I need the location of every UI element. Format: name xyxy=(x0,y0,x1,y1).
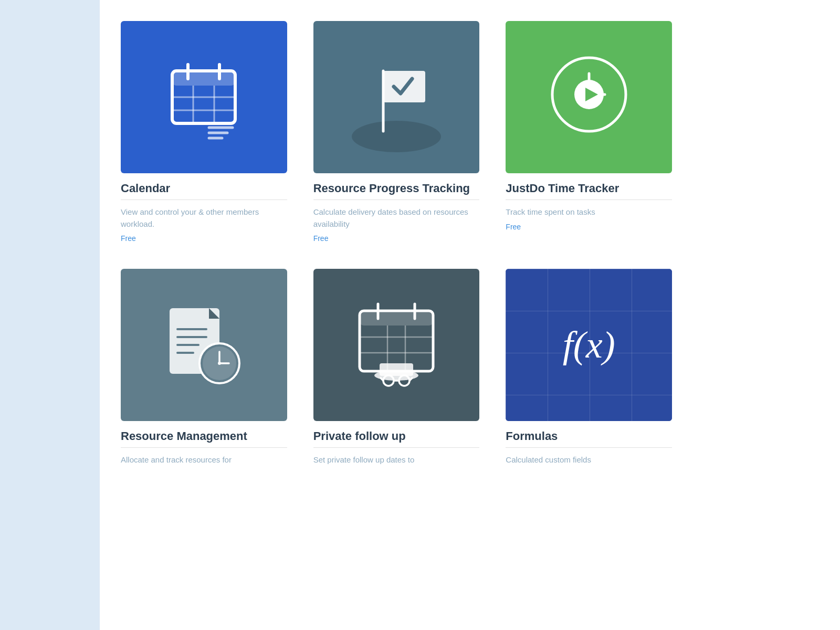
private-followup-divider xyxy=(313,447,480,448)
private-followup-card-image xyxy=(313,269,480,421)
svg-point-30 xyxy=(218,362,221,365)
calendar-spy-icon xyxy=(346,292,446,397)
resource-management-description: Allocate and track resources for xyxy=(121,454,287,466)
resource-progress-divider xyxy=(313,200,480,200)
svg-rect-1 xyxy=(172,71,235,86)
card-private-followup[interactable]: Private follow up Set private follow up … xyxy=(313,269,480,470)
calendar-divider xyxy=(121,200,287,200)
card-formulas[interactable]: f(x) Formulas Calculated custom fields xyxy=(506,269,672,470)
private-followup-description: Set private follow up dates to xyxy=(313,454,480,466)
resource-management-divider xyxy=(121,447,287,448)
resource-progress-title: Resource Progress Tracking xyxy=(313,182,480,195)
private-followup-title: Private follow up xyxy=(313,429,480,443)
calendar-icon xyxy=(156,50,251,144)
clock-play-icon xyxy=(542,50,636,144)
sidebar xyxy=(0,0,100,630)
time-tracker-divider xyxy=(506,200,672,200)
formulas-title: Formulas xyxy=(506,429,672,443)
time-tracker-card-image xyxy=(506,21,672,173)
card-resource-progress[interactable]: Resource Progress Tracking Calculate del… xyxy=(313,21,480,243)
formulas-description: Calculated custom fields xyxy=(506,454,672,466)
formulas-card-image: f(x) xyxy=(506,269,672,421)
formulas-bg: f(x) xyxy=(506,269,672,421)
resource-progress-description: Calculate delivery dates based on resour… xyxy=(313,206,480,230)
resource-management-card-image xyxy=(121,269,287,421)
flag-icon xyxy=(344,45,449,150)
resource-management-title: Resource Management xyxy=(121,429,287,443)
time-tracker-title: JustDo Time Tracker xyxy=(506,182,672,195)
svg-point-11 xyxy=(352,121,441,152)
calendar-description: View and control your & other members wo… xyxy=(121,206,287,230)
calendar-card-image xyxy=(121,21,287,173)
formulas-divider xyxy=(506,447,672,448)
calendar-title: Calendar xyxy=(121,182,287,195)
calendar-badge: Free xyxy=(121,234,287,243)
svg-rect-40 xyxy=(380,363,413,376)
formula-icon: f(x) xyxy=(563,323,615,367)
time-tracker-description: Track time spent on tasks xyxy=(506,206,672,218)
card-time-tracker[interactable]: JustDo Time Tracker Track time spent on … xyxy=(506,21,672,243)
document-clock-icon xyxy=(154,295,254,395)
resource-progress-card-image xyxy=(313,21,480,173)
svg-rect-32 xyxy=(360,311,433,326)
time-tracker-badge: Free xyxy=(506,223,672,231)
cards-grid: Calendar View and control your & other m… xyxy=(121,21,672,470)
resource-progress-badge: Free xyxy=(313,234,480,243)
card-resource-management[interactable]: Resource Management Allocate and track r… xyxy=(121,269,287,470)
main-content: Calendar View and control your & other m… xyxy=(100,0,840,630)
card-calendar[interactable]: Calendar View and control your & other m… xyxy=(121,21,287,243)
